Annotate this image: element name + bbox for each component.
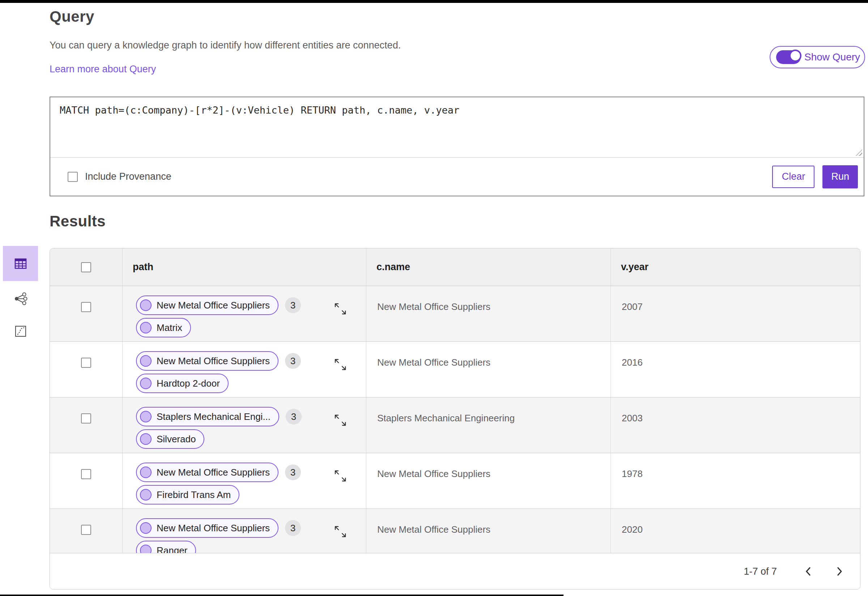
source-node-pill[interactable]: Staplers Mechanical Engi... (136, 407, 279, 426)
show-query-label: Show Query (805, 52, 860, 63)
next-page-button[interactable] (834, 566, 845, 577)
row-checkbox-cell (50, 286, 123, 341)
cname-cell: New Metal Office Suppliers (366, 509, 611, 553)
select-all-checkbox[interactable] (81, 262, 91, 272)
page-title: Query (50, 8, 94, 25)
show-query-toggle[interactable]: Show Query (770, 46, 865, 68)
toggle-switch-icon[interactable] (776, 50, 801, 64)
path-count-badge: 3 (285, 464, 301, 480)
include-provenance-label: Include Provenance (85, 171, 171, 182)
row-checkbox[interactable] (81, 302, 91, 312)
table-view-button[interactable] (3, 246, 38, 281)
source-node-pill[interactable]: New Metal Office Suppliers (136, 518, 279, 538)
target-node-pill[interactable]: Silverado (136, 429, 204, 449)
row-checkbox[interactable] (81, 358, 91, 368)
target-node-label: Matrix (156, 322, 182, 333)
node-circle-icon (140, 322, 152, 333)
vyear-cell: 2016 (611, 342, 860, 397)
source-node-pill[interactable]: New Metal Office Suppliers (136, 463, 279, 482)
path-cell: Staplers Mechanical Engi... 3 Silverado (123, 397, 366, 453)
expand-path-icon[interactable] (334, 469, 347, 483)
target-node-pill[interactable]: Ranger (136, 541, 196, 553)
path-count-badge: 3 (285, 520, 301, 536)
results-table-body: New Metal Office Suppliers 3 Matrix New … (50, 286, 860, 553)
resize-grip-icon[interactable] (856, 149, 862, 156)
expand-path-icon[interactable] (334, 302, 347, 316)
map-view-button[interactable] (3, 325, 38, 338)
target-node-pill[interactable]: Matrix (136, 318, 191, 338)
screenshot-top-border (0, 0, 868, 3)
toggle-knob (789, 50, 802, 62)
row-checkbox-cell (50, 342, 123, 397)
map-icon (14, 325, 27, 338)
results-pagination: 1-7 of 7 (50, 553, 860, 590)
column-header-vyear: v.year (611, 248, 860, 286)
source-node-label: New Metal Office Suppliers (156, 522, 270, 534)
source-node-label: New Metal Office Suppliers (156, 356, 270, 367)
chevron-left-icon (805, 567, 812, 576)
target-node-pill[interactable]: Firebird Trans Am (136, 485, 239, 505)
cname-cell: New Metal Office Suppliers (366, 342, 611, 397)
graph-icon (14, 292, 28, 305)
table-row: New Metal Office Suppliers 3 Ranger New … (50, 509, 860, 553)
source-node-pill[interactable]: New Metal Office Suppliers (136, 295, 279, 315)
source-node-label: New Metal Office Suppliers (156, 467, 270, 478)
node-circle-icon (140, 378, 152, 389)
clear-button[interactable]: Clear (772, 166, 815, 188)
expand-path-icon[interactable] (334, 358, 347, 372)
cname-cell: New Metal Office Suppliers (366, 286, 611, 341)
row-checkbox[interactable] (81, 525, 91, 535)
view-switcher-rail (3, 246, 38, 347)
row-checkbox[interactable] (81, 413, 91, 423)
vyear-cell: 2020 (611, 509, 860, 553)
node-circle-icon (140, 544, 152, 553)
target-node-label: Firebird Trans Am (156, 489, 231, 500)
graph-view-button[interactable] (3, 292, 38, 305)
page-description: You can query a knowledge graph to ident… (50, 40, 401, 51)
select-all-cell (50, 248, 123, 286)
path-cell: New Metal Office Suppliers 3 Hardtop 2-d… (123, 342, 366, 397)
table-row: New Metal Office Suppliers 3 Firebird Tr… (50, 453, 860, 509)
node-circle-icon (140, 355, 152, 367)
table-row: Staplers Mechanical Engi... 3 Silverado … (50, 397, 860, 453)
target-node-label: Hardtop 2-door (156, 378, 220, 389)
node-circle-icon (140, 299, 152, 311)
query-editor[interactable]: MATCH path=(c:Company)-[r*2]-(v:Vehicle)… (50, 97, 864, 157)
row-checkbox-cell (50, 397, 123, 453)
query-text: MATCH path=(c:Company)-[r*2]-(v:Vehicle)… (60, 105, 854, 116)
source-node-pill[interactable]: New Metal Office Suppliers (136, 351, 279, 371)
previous-page-button[interactable] (803, 566, 814, 577)
results-card: path c.name v.year New Metal Office Supp… (50, 248, 861, 590)
row-checkbox-cell (50, 509, 123, 553)
table-row: New Metal Office Suppliers 3 Hardtop 2-d… (50, 342, 860, 397)
row-checkbox-cell (50, 453, 123, 509)
column-header-label: c.name (366, 261, 410, 273)
chevron-right-icon (836, 567, 843, 576)
node-circle-icon (140, 411, 152, 422)
node-circle-icon (140, 466, 152, 478)
path-cell: New Metal Office Suppliers 3 Matrix (123, 286, 366, 341)
path-cell: New Metal Office Suppliers 3 Ranger (123, 509, 366, 553)
learn-more-link[interactable]: Learn more about Query (50, 63, 156, 75)
source-node-label: New Metal Office Suppliers (156, 300, 270, 311)
include-provenance-checkbox[interactable] (68, 172, 78, 182)
target-node-pill[interactable]: Hardtop 2-door (136, 373, 229, 393)
expand-path-icon[interactable] (334, 413, 347, 427)
path-count-badge: 3 (286, 409, 302, 425)
expand-path-icon[interactable] (334, 525, 347, 538)
query-panel-footer: Include Provenance Clear Run (50, 157, 864, 196)
node-circle-icon (140, 522, 152, 534)
screenshot-bottom-border (0, 595, 564, 596)
target-node-label: Silverado (156, 434, 196, 445)
node-circle-icon (140, 433, 152, 445)
row-checkbox[interactable] (81, 469, 91, 479)
results-title: Results (50, 212, 106, 230)
table-icon (14, 257, 27, 270)
path-count-badge: 3 (285, 353, 301, 369)
vyear-cell: 2003 (611, 397, 860, 453)
results-table-header: path c.name v.year (50, 248, 860, 286)
query-panel: MATCH path=(c:Company)-[r*2]-(v:Vehicle)… (50, 97, 864, 196)
run-button[interactable]: Run (822, 165, 858, 189)
pagination-range-label: 1-7 of 7 (744, 566, 777, 577)
vyear-cell: 1978 (611, 453, 860, 509)
